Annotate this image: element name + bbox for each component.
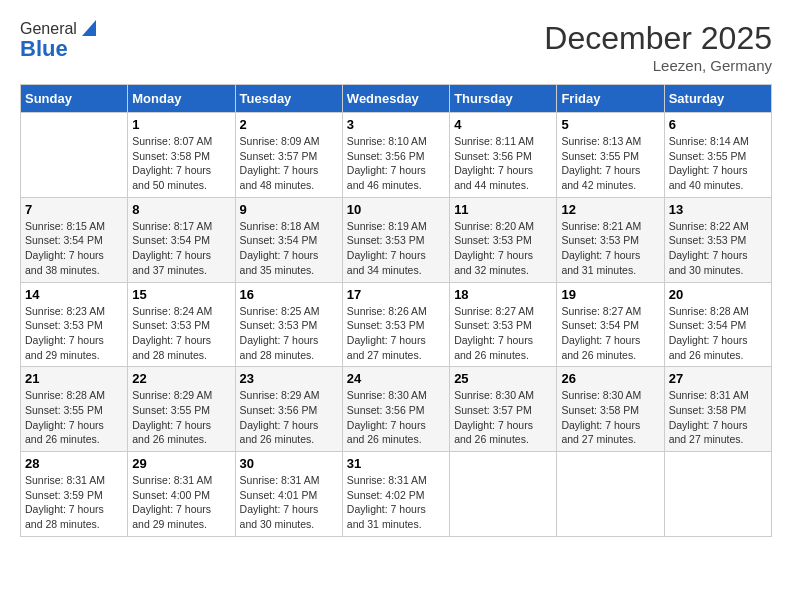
cell-content: Sunrise: 8:31 AM Sunset: 3:59 PM Dayligh… xyxy=(25,473,123,532)
calendar-cell: 13 Sunrise: 8:22 AM Sunset: 3:53 PM Dayl… xyxy=(664,197,771,282)
sunset-text: Sunset: 3:59 PM xyxy=(25,489,103,501)
sunset-text: Sunset: 3:55 PM xyxy=(669,150,747,162)
day-number: 28 xyxy=(25,456,123,471)
day-number: 27 xyxy=(669,371,767,386)
sunrise-text: Sunrise: 8:24 AM xyxy=(132,305,212,317)
calendar-cell: 3 Sunrise: 8:10 AM Sunset: 3:56 PM Dayli… xyxy=(342,113,449,198)
cell-content: Sunrise: 8:31 AM Sunset: 4:01 PM Dayligh… xyxy=(240,473,338,532)
calendar-cell: 9 Sunrise: 8:18 AM Sunset: 3:54 PM Dayli… xyxy=(235,197,342,282)
sunrise-text: Sunrise: 8:10 AM xyxy=(347,135,427,147)
day-number: 5 xyxy=(561,117,659,132)
daylight-text: Daylight: 7 hours and 30 minutes. xyxy=(240,503,319,530)
logo: General Blue xyxy=(20,20,97,62)
daylight-text: Daylight: 7 hours and 38 minutes. xyxy=(25,249,104,276)
weekday-header-monday: Monday xyxy=(128,85,235,113)
cell-content: Sunrise: 8:11 AM Sunset: 3:56 PM Dayligh… xyxy=(454,134,552,193)
sunrise-text: Sunrise: 8:31 AM xyxy=(669,389,749,401)
weekday-header-tuesday: Tuesday xyxy=(235,85,342,113)
daylight-text: Daylight: 7 hours and 26 minutes. xyxy=(669,334,748,361)
cell-content: Sunrise: 8:28 AM Sunset: 3:54 PM Dayligh… xyxy=(669,304,767,363)
daylight-text: Daylight: 7 hours and 31 minutes. xyxy=(561,249,640,276)
day-number: 6 xyxy=(669,117,767,132)
calendar-cell: 14 Sunrise: 8:23 AM Sunset: 3:53 PM Dayl… xyxy=(21,282,128,367)
logo-blue-text: Blue xyxy=(20,36,68,62)
day-number: 12 xyxy=(561,202,659,217)
daylight-text: Daylight: 7 hours and 29 minutes. xyxy=(132,503,211,530)
cell-content: Sunrise: 8:29 AM Sunset: 3:55 PM Dayligh… xyxy=(132,388,230,447)
day-number: 19 xyxy=(561,287,659,302)
calendar-cell: 22 Sunrise: 8:29 AM Sunset: 3:55 PM Dayl… xyxy=(128,367,235,452)
day-number: 16 xyxy=(240,287,338,302)
cell-content: Sunrise: 8:15 AM Sunset: 3:54 PM Dayligh… xyxy=(25,219,123,278)
calendar-cell: 28 Sunrise: 8:31 AM Sunset: 3:59 PM Dayl… xyxy=(21,452,128,537)
weekday-header-saturday: Saturday xyxy=(664,85,771,113)
sunset-text: Sunset: 3:53 PM xyxy=(347,319,425,331)
weekday-header-sunday: Sunday xyxy=(21,85,128,113)
cell-content: Sunrise: 8:30 AM Sunset: 3:58 PM Dayligh… xyxy=(561,388,659,447)
day-number: 25 xyxy=(454,371,552,386)
calendar-cell: 5 Sunrise: 8:13 AM Sunset: 3:55 PM Dayli… xyxy=(557,113,664,198)
sunset-text: Sunset: 3:58 PM xyxy=(132,150,210,162)
cell-content: Sunrise: 8:17 AM Sunset: 3:54 PM Dayligh… xyxy=(132,219,230,278)
sunset-text: Sunset: 3:58 PM xyxy=(561,404,639,416)
day-number: 2 xyxy=(240,117,338,132)
daylight-text: Daylight: 7 hours and 26 minutes. xyxy=(25,419,104,446)
sunrise-text: Sunrise: 8:30 AM xyxy=(347,389,427,401)
daylight-text: Daylight: 7 hours and 48 minutes. xyxy=(240,164,319,191)
cell-content: Sunrise: 8:14 AM Sunset: 3:55 PM Dayligh… xyxy=(669,134,767,193)
sunrise-text: Sunrise: 8:15 AM xyxy=(25,220,105,232)
day-number: 31 xyxy=(347,456,445,471)
daylight-text: Daylight: 7 hours and 35 minutes. xyxy=(240,249,319,276)
sunrise-text: Sunrise: 8:29 AM xyxy=(240,389,320,401)
daylight-text: Daylight: 7 hours and 44 minutes. xyxy=(454,164,533,191)
sunrise-text: Sunrise: 8:20 AM xyxy=(454,220,534,232)
location: Leezen, Germany xyxy=(544,57,772,74)
sunset-text: Sunset: 3:53 PM xyxy=(347,234,425,246)
daylight-text: Daylight: 7 hours and 27 minutes. xyxy=(561,419,640,446)
sunrise-text: Sunrise: 8:22 AM xyxy=(669,220,749,232)
daylight-text: Daylight: 7 hours and 34 minutes. xyxy=(347,249,426,276)
sunrise-text: Sunrise: 8:28 AM xyxy=(25,389,105,401)
cell-content: Sunrise: 8:31 AM Sunset: 4:00 PM Dayligh… xyxy=(132,473,230,532)
cell-content: Sunrise: 8:25 AM Sunset: 3:53 PM Dayligh… xyxy=(240,304,338,363)
daylight-text: Daylight: 7 hours and 27 minutes. xyxy=(669,419,748,446)
cell-content: Sunrise: 8:13 AM Sunset: 3:55 PM Dayligh… xyxy=(561,134,659,193)
cell-content: Sunrise: 8:31 AM Sunset: 3:58 PM Dayligh… xyxy=(669,388,767,447)
day-number: 29 xyxy=(132,456,230,471)
sunset-text: Sunset: 3:56 PM xyxy=(454,150,532,162)
sunset-text: Sunset: 3:56 PM xyxy=(347,404,425,416)
daylight-text: Daylight: 7 hours and 26 minutes. xyxy=(347,419,426,446)
logo-triangle-icon xyxy=(78,20,96,38)
day-number: 4 xyxy=(454,117,552,132)
sunset-text: Sunset: 3:54 PM xyxy=(132,234,210,246)
calendar-cell: 18 Sunrise: 8:27 AM Sunset: 3:53 PM Dayl… xyxy=(450,282,557,367)
cell-content: Sunrise: 8:07 AM Sunset: 3:58 PM Dayligh… xyxy=(132,134,230,193)
day-number: 13 xyxy=(669,202,767,217)
day-number: 30 xyxy=(240,456,338,471)
day-number: 24 xyxy=(347,371,445,386)
calendar-cell: 4 Sunrise: 8:11 AM Sunset: 3:56 PM Dayli… xyxy=(450,113,557,198)
cell-content: Sunrise: 8:22 AM Sunset: 3:53 PM Dayligh… xyxy=(669,219,767,278)
day-number: 7 xyxy=(25,202,123,217)
sunset-text: Sunset: 4:00 PM xyxy=(132,489,210,501)
calendar-cell xyxy=(450,452,557,537)
cell-content: Sunrise: 8:28 AM Sunset: 3:55 PM Dayligh… xyxy=(25,388,123,447)
calendar-cell: 6 Sunrise: 8:14 AM Sunset: 3:55 PM Dayli… xyxy=(664,113,771,198)
calendar-cell: 24 Sunrise: 8:30 AM Sunset: 3:56 PM Dayl… xyxy=(342,367,449,452)
cell-content: Sunrise: 8:27 AM Sunset: 3:54 PM Dayligh… xyxy=(561,304,659,363)
page-header: General Blue December 2025 Leezen, Germa… xyxy=(20,20,772,74)
cell-content: Sunrise: 8:23 AM Sunset: 3:53 PM Dayligh… xyxy=(25,304,123,363)
daylight-text: Daylight: 7 hours and 28 minutes. xyxy=(25,503,104,530)
sunrise-text: Sunrise: 8:31 AM xyxy=(240,474,320,486)
calendar-cell xyxy=(557,452,664,537)
sunset-text: Sunset: 3:53 PM xyxy=(669,234,747,246)
sunset-text: Sunset: 3:54 PM xyxy=(561,319,639,331)
sunrise-text: Sunrise: 8:21 AM xyxy=(561,220,641,232)
day-number: 20 xyxy=(669,287,767,302)
daylight-text: Daylight: 7 hours and 26 minutes. xyxy=(454,419,533,446)
calendar-week-row: 21 Sunrise: 8:28 AM Sunset: 3:55 PM Dayl… xyxy=(21,367,772,452)
calendar-cell: 27 Sunrise: 8:31 AM Sunset: 3:58 PM Dayl… xyxy=(664,367,771,452)
day-number: 10 xyxy=(347,202,445,217)
daylight-text: Daylight: 7 hours and 29 minutes. xyxy=(25,334,104,361)
day-number: 22 xyxy=(132,371,230,386)
